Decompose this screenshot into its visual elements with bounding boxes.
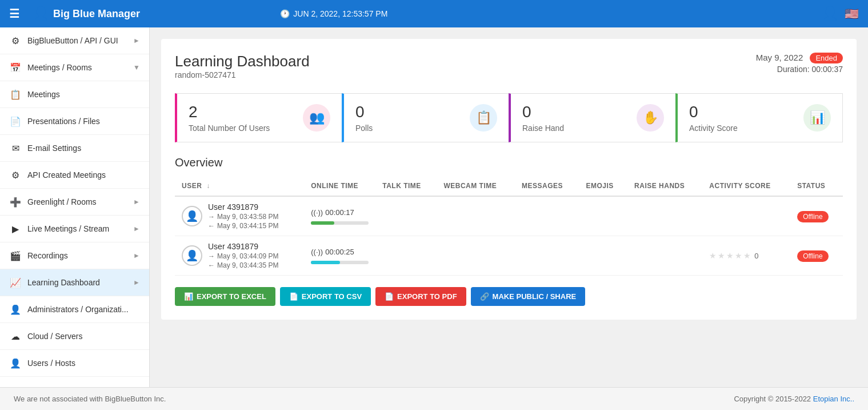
table-row: 👤 User 4391879 → May 9, 03:43:58 PM ← Ma… <box>175 196 843 236</box>
col-header-activity-score: ACTIVITY SCORE <box>702 176 790 196</box>
sidebar-label-api-meetings: API Created Meetings <box>27 170 140 180</box>
user-name-0: User 4391879 <box>208 202 278 212</box>
sidebar-arrow-bigbluebutton: ► <box>133 37 140 45</box>
star3: ★ <box>726 251 734 260</box>
footer-right: Copyright © 2015-2022 Etopian Inc.. <box>734 395 854 403</box>
stat-card-total-users: 2 Total Number Of Users 👥 <box>175 93 342 142</box>
sidebar-icon-bigbluebutton: ⚙ <box>9 34 22 47</box>
sidebar-item-greenlight[interactable]: ➕ Greenlight / Rooms ► <box>0 189 149 216</box>
stat-card-polls: 0 Polls 📋 <box>342 93 509 142</box>
dashboard-header: Learning Dashboard random-5027471 May 9,… <box>175 53 843 89</box>
talk-time-cell-1 <box>375 236 437 276</box>
sidebar-item-api-meetings[interactable]: ⚙ API Created Meetings <box>0 162 149 189</box>
sidebar-label-meetings-rooms: Meetings / Rooms <box>27 63 127 72</box>
export-csv-icon: 📄 <box>289 292 298 301</box>
col-header-emojis: EMOJIS <box>579 176 627 196</box>
sidebar-item-cloud-servers[interactable]: ☁ Cloud / Servers <box>0 323 149 350</box>
stat-number-polls: 0 <box>355 103 373 121</box>
table-row: 👤 User 4391879 → May 9, 03:44:09 PM ← Ma… <box>175 236 843 276</box>
sidebar-label-greenlight: Greenlight / Rooms <box>27 197 127 206</box>
login-icon-0: → <box>208 213 215 221</box>
raise-hands-cell-1 <box>627 236 702 276</box>
datetime-text: JUN 2, 2022, 12:53:57 PM <box>293 9 387 18</box>
sidebar-item-administrators[interactable]: 👤 Administrators / Organizati... <box>0 296 149 323</box>
session-id: random-5027471 <box>175 70 310 79</box>
export-csv-button[interactable]: 📄EXPORT TO CSV <box>280 287 371 306</box>
user-avatar-0: 👤 <box>182 206 202 226</box>
user-joined-1: → May 9, 03:44:09 PM <box>208 252 278 260</box>
sidebar-icon-users-hosts: 👤 <box>9 357 22 369</box>
sidebar-item-meetings-rooms[interactable]: 📅 Meetings / Rooms ▼ <box>0 54 149 81</box>
sidebar-label-presentations: Presentations / Files <box>27 117 140 126</box>
make-public-label: MAKE PUBLIC / SHARE <box>493 292 577 301</box>
user-info-1: User 4391879 → May 9, 03:44:09 PM ← May … <box>208 242 278 269</box>
raise-hands-cell-0 <box>627 196 702 236</box>
account-icon[interactable]: 👤 <box>822 6 838 21</box>
user-left-0: ← May 9, 03:44:15 PM <box>208 222 278 230</box>
status-cell-1: Offline <box>790 236 843 276</box>
footer: We are not associated with BigBlueButton… <box>0 387 868 410</box>
make-public-button[interactable]: 🔗MAKE PUBLIC / SHARE <box>471 287 586 306</box>
login-icon-1: → <box>208 252 215 260</box>
stat-number-total-users: 2 <box>189 103 270 121</box>
stat-info-total-users: 2 Total Number Of Users <box>189 103 270 133</box>
user-cell-0: 👤 User 4391879 → May 9, 03:43:58 PM ← Ma… <box>175 196 304 236</box>
sidebar-icon-meetings: 📋 <box>9 88 22 101</box>
sidebar-arrow-meetings-rooms: ▼ <box>133 63 140 71</box>
stat-card-raise-hand: 0 Raise Hand ✋ <box>509 93 676 142</box>
progress-bar-1 <box>311 261 369 264</box>
export-pdf-button[interactable]: 📄EXPORT TO PDF <box>375 287 466 306</box>
sidebar-icon-presentations: 📄 <box>9 115 22 128</box>
status-badge-0: Offline <box>797 211 828 222</box>
col-header-user[interactable]: USER ↓ <box>175 176 304 196</box>
brand: ☰ 👤 Big Blue Manager <box>9 6 280 21</box>
webcam-time-cell-0 <box>437 196 515 236</box>
col-header-messages: MESSAGES <box>515 176 579 196</box>
flag-icon[interactable]: 🇺🇸 <box>845 7 859 21</box>
sidebar-arrow-learning-dashboard: ► <box>133 278 140 286</box>
datetime-display: 🕐 JUN 2, 2022, 12:53:57 PM <box>280 9 822 18</box>
sidebar-item-presentations[interactable]: 📄 Presentations / Files <box>0 108 149 135</box>
sidebar-item-live-meetings[interactable]: ▶ Live Meetings / Stream ► <box>0 216 149 242</box>
talk-time-cell-0 <box>375 196 437 236</box>
action-buttons: 📊EXPORT TO EXCEL📄EXPORT TO CSV📄EXPORT TO… <box>175 287 843 306</box>
sidebar-label-recordings: Recordings <box>27 251 127 260</box>
sidebar-item-bigbluebutton[interactable]: ⚙ BigBlueButton / API / GUI ► <box>0 27 149 54</box>
session-duration: Duration: 00:00:37 <box>756 65 843 74</box>
stat-icon-total-users: 👥 <box>303 104 330 132</box>
online-time-1: ((·)) 00:00:25 <box>311 248 369 264</box>
session-date: May 9, 2022 Ended <box>756 53 843 62</box>
sidebar-item-email-settings[interactable]: ✉ E-mail Settings <box>0 135 149 162</box>
sidebar-icon-meetings-rooms: 📅 <box>9 61 22 74</box>
col-header-online-time: ONLINE TIME <box>304 176 375 196</box>
sidebar-item-recordings[interactable]: 🎬 Recordings ► <box>0 242 149 269</box>
make-public-icon: 🔗 <box>480 292 489 301</box>
time-value-1: ((·)) 00:00:25 <box>311 248 369 256</box>
sidebar-label-bigbluebutton: BigBlueButton / API / GUI <box>27 36 127 45</box>
online-time-cell-0: ((·)) 00:00:17 <box>304 196 375 236</box>
sidebar-label-live-meetings: Live Meetings / Stream <box>27 224 127 233</box>
stat-icon-polls: 📋 <box>470 104 497 132</box>
hamburger-icon[interactable]: ☰ <box>9 7 19 21</box>
sidebar-item-users-hosts[interactable]: 👤 Users / Hosts <box>0 350 149 377</box>
signal-icon-1: ((·)) <box>311 248 323 256</box>
user-info-0: User 4391879 → May 9, 03:43:58 PM ← May … <box>208 202 278 230</box>
sidebar-label-email-settings: E-mail Settings <box>27 144 140 153</box>
sidebar-icon-api-meetings: ⚙ <box>9 169 22 181</box>
sidebar-item-learning-dashboard[interactable]: 📈 Learning Dashboard ► <box>0 269 149 296</box>
stat-label-total-users: Total Number Of Users <box>189 124 270 133</box>
clock-icon: 🕐 <box>280 9 290 18</box>
main-content: Learning Dashboard random-5027471 May 9,… <box>150 27 868 387</box>
signal-icon-0: ((·)) <box>311 208 323 217</box>
sidebar-icon-live-meetings: ▶ <box>9 222 22 235</box>
sidebar-icon-email-settings: ✉ <box>9 142 22 154</box>
progress-fill-1 <box>311 261 340 264</box>
sidebar-item-meetings[interactable]: 📋 Meetings <box>0 81 149 108</box>
export-excel-button[interactable]: 📊EXPORT TO EXCEL <box>175 287 275 306</box>
export-excel-icon: 📊 <box>184 292 193 301</box>
activity-score-cell-0 <box>702 196 790 236</box>
star1: ★ <box>709 251 717 260</box>
dashboard-title: Learning Dashboard <box>175 53 310 70</box>
emojis-cell-1 <box>579 236 627 276</box>
footer-link[interactable]: Etopian Inc.. <box>813 395 854 403</box>
